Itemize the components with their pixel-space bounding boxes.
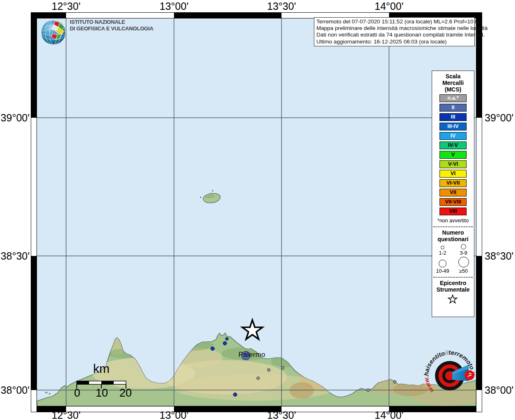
axis-bottom-label-3: 14°00' bbox=[375, 409, 403, 420]
size-circle-1-2 bbox=[441, 246, 444, 249]
legend-class-v-vi: V-VI bbox=[439, 160, 467, 168]
legend-epicenter-title1: Epicentro bbox=[432, 280, 474, 286]
axis-right-label-2: 38°00' bbox=[485, 384, 513, 396]
event-info-box: Terremoto del 07-07-2020 15:11:52 (ora l… bbox=[314, 17, 475, 46]
size-label-1-2: 1-2 bbox=[439, 250, 446, 256]
legend-epicenter-title2: Strumentale bbox=[432, 286, 474, 293]
observation-dot[interactable] bbox=[211, 347, 215, 351]
legend-title-line1: Scala bbox=[432, 73, 474, 80]
axis-right-label-1: 38°30' bbox=[485, 250, 513, 262]
ingv-name-line2: DI GEOFISICA E VULCANOLOGIA bbox=[70, 25, 153, 32]
ingv-logo: ISTITUTO NAZIONALE DI GEOFISICA E VULCAN… bbox=[40, 19, 153, 32]
ingv-name-line1: ISTITUTO NAZIONALE bbox=[70, 19, 153, 25]
axis-top-label-2: 13°30' bbox=[267, 0, 296, 12]
info-line-updated: Ultimo aggiornamento: 16-12-2025 06:03 (… bbox=[316, 39, 472, 45]
legend-questionnaires-title1: Numero bbox=[432, 229, 474, 236]
ingv-globe-icon bbox=[40, 19, 68, 46]
legend-class-vi-vii: VI-VII bbox=[439, 179, 467, 187]
macroseismic-map-page: Palermo km 0 10 20 12°30' 13°00' 13°30' … bbox=[0, 0, 515, 420]
axis-bottom-label-2: 13°30' bbox=[267, 409, 296, 420]
frame-right bbox=[476, 12, 482, 412]
legend-class-viii: VIII bbox=[439, 208, 467, 215]
legend-star-icon bbox=[447, 294, 459, 305]
axis-left-label-0: 39°00' bbox=[0, 112, 30, 124]
info-line-map-type: Mappa preliminare delle intensità macros… bbox=[316, 25, 472, 32]
map-canvas bbox=[37, 18, 476, 406]
legend-footnote: *non avvertito bbox=[432, 218, 474, 224]
legend-class-v: V bbox=[439, 151, 467, 159]
legend-box: Scala Mercalli (MCS) n.a.* II III III-IV… bbox=[432, 71, 474, 317]
size-label-50plus: ≥50 bbox=[459, 268, 468, 274]
legend-questionnaires-title2: questionari bbox=[432, 236, 474, 242]
axis-bottom-label-0: 12°30' bbox=[52, 409, 80, 420]
observation-dot[interactable] bbox=[223, 341, 227, 345]
sea bbox=[37, 18, 476, 406]
size-circle-10-49 bbox=[439, 260, 446, 267]
legend-title-line2: Mercalli bbox=[432, 80, 474, 86]
observation-dot[interactable] bbox=[225, 337, 229, 340]
size-label-10-49: 10-49 bbox=[436, 268, 449, 274]
legend-class-vii: VII bbox=[439, 189, 467, 196]
info-line-questionnaires: Dati non verificati estratti da 74 quest… bbox=[316, 32, 472, 38]
axis-left-label-1: 38°30' bbox=[0, 250, 30, 262]
frame-left bbox=[31, 12, 37, 412]
info-line-event: Terremoto del 07-07-2020 15:11:52 (ora l… bbox=[316, 18, 472, 25]
city-label-palermo: Palermo bbox=[238, 351, 265, 359]
legend-title-line3: (MCS) bbox=[432, 86, 474, 93]
legend-class-vii-viii: VII-VIII bbox=[439, 198, 467, 206]
legend-class-iv: IV bbox=[439, 132, 467, 140]
frame-bottom bbox=[31, 406, 476, 412]
legend-separator-1 bbox=[433, 226, 473, 227]
observation-dot[interactable] bbox=[366, 388, 370, 392]
observation-dot[interactable] bbox=[393, 380, 396, 383]
scalebar-tick-0: 0 bbox=[74, 387, 80, 399]
legend-class-iv-v: IV-V bbox=[439, 142, 467, 149]
scalebar-tick-20: 20 bbox=[119, 387, 132, 399]
axis-right-label-0: 39°00' bbox=[485, 112, 513, 124]
observation-dot[interactable] bbox=[256, 377, 260, 380]
axis-top-label-0: 12°30' bbox=[52, 0, 80, 12]
size-circle-50plus bbox=[458, 257, 469, 267]
axis-bottom-label-1: 13°00' bbox=[160, 409, 188, 420]
size-circle-3-9 bbox=[461, 244, 466, 249]
legend-class-ii: II bbox=[439, 104, 467, 112]
size-label-3-9: 3-9 bbox=[460, 250, 467, 256]
observation-dot[interactable] bbox=[267, 368, 270, 372]
legend-class-na: n.a.* bbox=[439, 94, 467, 102]
questionnaire-size-grid: 1-2 3-9 10-49 ≥50 bbox=[432, 244, 474, 274]
scalebar-tick-10: 10 bbox=[96, 387, 108, 399]
haisentitoilterremoto-watermark: ? www.haisentitoilterremoto.it bbox=[423, 348, 477, 404]
observation-dot[interactable] bbox=[281, 366, 284, 370]
legend-class-vi: VI bbox=[439, 170, 467, 178]
axis-top-label-3: 14°00' bbox=[375, 0, 403, 12]
scalebar-unit: km bbox=[93, 362, 110, 376]
axis-top-label-1: 13°00' bbox=[160, 0, 188, 12]
legend-separator-2 bbox=[433, 277, 473, 278]
axis-left-label-2: 38°00' bbox=[0, 384, 30, 396]
observation-dot[interactable] bbox=[233, 393, 237, 397]
legend-class-iii: III bbox=[439, 113, 467, 121]
legend-class-iii-iv: III-IV bbox=[439, 123, 467, 130]
